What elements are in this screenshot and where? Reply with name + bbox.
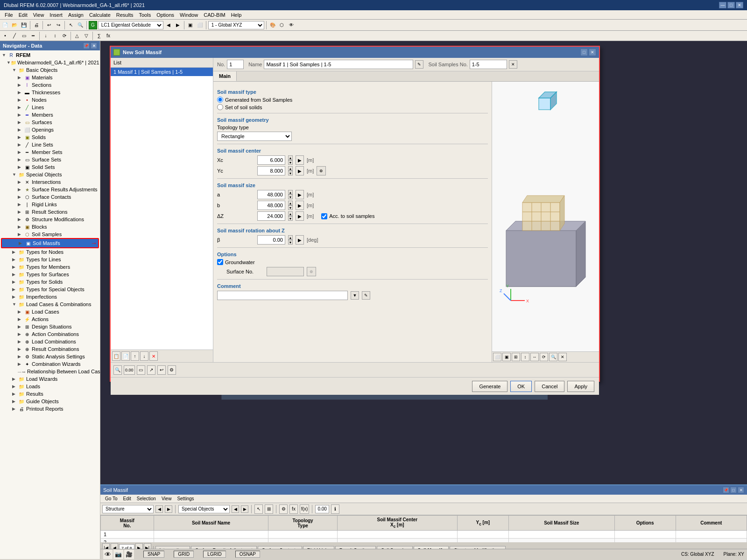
support2-btn[interactable]: ▽: [82, 31, 91, 41]
bp-menu-view[interactable]: View: [159, 495, 175, 502]
b-input[interactable]: [257, 201, 285, 210]
radio-set[interactable]: [217, 104, 223, 110]
bp-info-btn[interactable]: ℹ: [331, 504, 339, 514]
nav-item-lines[interactable]: ▶ ╱ Lines: [1, 104, 99, 111]
menu-cad-bim[interactable]: CAD-BIM: [201, 11, 228, 19]
wire-btn[interactable]: ⬡: [278, 21, 286, 30]
lc-prev-btn[interactable]: ◀: [164, 21, 173, 30]
3d-btn-4[interactable]: ↕: [521, 353, 529, 361]
generate-button[interactable]: Generate: [472, 381, 507, 392]
nav-item-results[interactable]: ▶ 📁 Results: [1, 390, 99, 398]
comment-edit-btn[interactable]: ✎: [362, 291, 370, 300]
list-copy-btn[interactable]: 📄: [121, 351, 130, 361]
surface-no-input[interactable]: [267, 267, 304, 276]
undo-btn[interactable]: ↩: [45, 21, 53, 30]
nav-item-sections[interactable]: ▶ I Sections: [1, 81, 99, 89]
nav-item-loads[interactable]: ▶ 📁 Loads: [1, 383, 99, 390]
b-up-btn[interactable]: ▲: [288, 201, 293, 205]
surface-no-btn[interactable]: ⊕: [307, 267, 316, 276]
dialog-close-btn[interactable]: ✕: [589, 49, 596, 56]
nav-item-members[interactable]: ▶ ━ Members: [1, 111, 99, 119]
new-soil-massif-dialog[interactable]: New Soil Massif □ ✕ List: [110, 46, 600, 382]
nav-item-intersections[interactable]: ▶ ✕ Intersections: [1, 178, 99, 186]
nav-item-openings[interactable]: ▶ ⬜ Openings: [1, 126, 99, 133]
nav-item-guide-objects[interactable]: ▶ 📁 Guide Objects: [1, 398, 99, 405]
load2-btn[interactable]: ↕: [51, 31, 59, 41]
node-btn[interactable]: •: [1, 31, 9, 41]
nav-item-load-cases[interactable]: ▶ ▣ Load Cases: [1, 308, 99, 315]
bp-btn5[interactable]: f(x): [300, 504, 309, 514]
nav-item-design-situations[interactable]: ▶ ⊞ Design Situations: [1, 323, 99, 330]
groundwater-cb[interactable]: [217, 259, 223, 265]
nav-item-thicknesses[interactable]: ▶ ▬ Thicknesses: [1, 89, 99, 96]
nav-item-imperfections[interactable]: ▶ 📁 Imperfections: [1, 293, 99, 301]
dlg-search-btn[interactable]: 🔍: [113, 365, 122, 375]
nav-item-special-objects[interactable]: ▼ 📁 Special Objects: [1, 171, 99, 178]
nav-pin-btn[interactable]: 📌: [83, 42, 90, 49]
calc1-btn[interactable]: ∑: [95, 31, 103, 41]
bottom-panel-expand-btn[interactable]: □: [730, 487, 737, 493]
osnap-status[interactable]: OSNAP: [235, 551, 260, 558]
display-btn[interactable]: 👁: [287, 21, 296, 30]
nav-item-action-combinations[interactable]: ▶ ⊕ Action Combinations: [1, 330, 99, 338]
yc-input[interactable]: [257, 166, 285, 175]
bp-structure-combo[interactable]: Structure: [102, 505, 154, 513]
open-btn[interactable]: 📂: [10, 21, 19, 30]
nav-item-rfem[interactable]: ▼ R RFEM: [1, 51, 99, 59]
b-arrow-btn[interactable]: ▶: [296, 201, 304, 210]
nav-item-combination-wizards[interactable]: ▶ ✦ Combination Wizards: [1, 360, 99, 368]
nav-item-soil-samples[interactable]: ▶ ⬡ Soil Samples: [1, 231, 99, 238]
3d-btn-2[interactable]: ▣: [502, 353, 511, 361]
bottom-panel-pin-btn[interactable]: 📌: [723, 487, 729, 493]
xc-down-btn[interactable]: ▼: [288, 160, 293, 165]
bp-special-objects-combo[interactable]: Special Objects: [178, 505, 230, 513]
nav-item-basic-objects[interactable]: ▼ 📁 Basic Objects: [1, 66, 99, 74]
eye-btn[interactable]: 👁: [103, 550, 113, 559]
bp-btn1[interactable]: ↖: [254, 504, 263, 514]
3d-btn-5[interactable]: ↔: [530, 353, 539, 361]
nav-item-materials[interactable]: ▶ ▣ Materials: [1, 74, 99, 81]
dlg-zero-btn[interactable]: 0.00: [124, 365, 135, 375]
menu-options[interactable]: Options: [154, 11, 177, 19]
ok-button[interactable]: OK: [510, 381, 532, 392]
nav-item-load-wizards[interactable]: ▶ 📁 Load Wizards: [1, 375, 99, 383]
comment-input[interactable]: [217, 291, 348, 300]
menu-edit[interactable]: Edit: [16, 11, 30, 19]
load1-btn[interactable]: ↓: [42, 31, 50, 41]
list-up-btn[interactable]: ↑: [131, 351, 139, 361]
menu-help[interactable]: Help: [228, 11, 245, 19]
save-btn[interactable]: 💾: [20, 21, 28, 30]
bp-struct-next[interactable]: ▶: [165, 505, 172, 513]
minimize-btn[interactable]: —: [719, 2, 726, 8]
beta-up-btn[interactable]: ▲: [288, 235, 293, 240]
nav-item-surface-results-adj[interactable]: ▶ ★ Surface Results Adjustments: [1, 186, 99, 193]
dz-input[interactable]: [257, 211, 285, 221]
nav-item-types-nodes[interactable]: ▶ 📁 Types for Nodes: [1, 248, 99, 256]
nav-item-printout-reports[interactable]: ▶ 🖨 Printout Reports: [1, 405, 99, 413]
nav-item-types-special[interactable]: ▶ 📁 Types for Special Objects: [1, 286, 99, 293]
3d-btn-1[interactable]: ⬜: [493, 353, 501, 361]
dlg-undo-btn[interactable]: ↩: [157, 365, 166, 375]
list-down-btn[interactable]: ↓: [140, 351, 148, 361]
nav-item-nodes[interactable]: ▶ • Nodes: [1, 96, 99, 104]
nav-item-actions[interactable]: ▶ ⚡ Actions: [1, 315, 99, 323]
view3d-btn[interactable]: ▣: [186, 21, 195, 30]
nav-item-solid-sets[interactable]: ▶ ▣ Solid Sets: [1, 163, 99, 171]
3d-btn-8[interactable]: ✕: [558, 353, 567, 361]
bp-struct-prev[interactable]: ◀: [155, 505, 163, 513]
b-down-btn[interactable]: ▼: [288, 205, 293, 210]
bottom-panel-close-btn[interactable]: ✕: [738, 487, 744, 493]
menu-view[interactable]: View: [30, 11, 47, 19]
beta-arrow-btn[interactable]: ▶: [296, 235, 304, 245]
topology-select[interactable]: Rectangle: [217, 132, 292, 141]
nav-item-load-cases-combo[interactable]: ▼ 📁 Load Cases & Combinations: [1, 301, 99, 308]
yc-arrow-btn[interactable]: ▶: [296, 166, 304, 175]
print-btn[interactable]: 🖨: [32, 21, 41, 30]
nav-item-project[interactable]: ▼ 📁 Webinarmodell_GA-1_all.rf6* | 2021: [1, 59, 99, 66]
nav-item-structure-modifications[interactable]: ▶ ⚙ Structure Modifications: [1, 216, 99, 223]
xc-input[interactable]: [257, 155, 285, 165]
calc2-btn[interactable]: fx: [104, 31, 113, 41]
bp-menu-goto[interactable]: Go To: [102, 495, 120, 502]
bp-btn2[interactable]: ⊞: [265, 504, 273, 514]
lgrid-status[interactable]: LGRID: [203, 551, 226, 558]
